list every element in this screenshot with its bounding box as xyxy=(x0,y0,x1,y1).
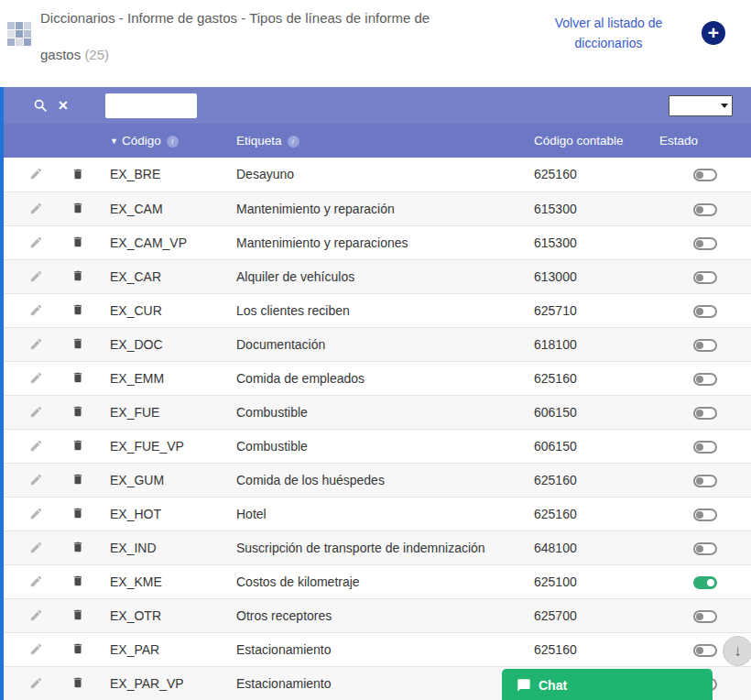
delete-row-button[interactable] xyxy=(70,436,86,454)
delete-row-button[interactable] xyxy=(70,504,86,522)
edit-row-button[interactable] xyxy=(27,437,45,454)
sort-caret-icon[interactable]: ▼ xyxy=(110,137,118,146)
toggle-knob xyxy=(696,443,703,451)
table-row: EX_PAR Estacionamiento 625160 xyxy=(4,632,751,666)
table-toolbar: ✕ xyxy=(4,87,751,124)
delete-row-button[interactable] xyxy=(70,673,86,692)
row-account: 606150 xyxy=(534,395,659,429)
delete-row-button[interactable] xyxy=(70,368,86,387)
pencil-icon xyxy=(29,202,43,215)
clear-search-icon[interactable]: ✕ xyxy=(58,98,69,113)
edit-row-button[interactable] xyxy=(27,234,45,251)
table-row: EX_IND Suscripción de transporte de inde… xyxy=(4,530,751,564)
row-label: Combustible xyxy=(236,395,534,429)
delete-row-button[interactable] xyxy=(70,640,86,658)
trash-icon xyxy=(71,607,84,622)
delete-row-button[interactable] xyxy=(70,334,86,353)
column-header-code[interactable]: ▼Códigoi xyxy=(110,124,236,158)
edit-row-button[interactable] xyxy=(27,335,45,353)
column-header-account[interactable]: Código contable xyxy=(534,124,659,158)
row-code: EX_GUM xyxy=(110,463,236,497)
status-toggle[interactable] xyxy=(693,169,717,181)
delete-row-button[interactable] xyxy=(70,165,86,183)
row-code: EX_PAR_VP xyxy=(110,666,236,700)
status-toggle[interactable] xyxy=(693,475,717,487)
row-account: 615300 xyxy=(534,225,659,259)
status-toggle[interactable] xyxy=(693,576,717,589)
status-toggle[interactable] xyxy=(693,610,717,623)
column-header-status[interactable]: Estado xyxy=(659,124,751,158)
edit-row-button[interactable] xyxy=(27,607,45,624)
row-account: 606150 xyxy=(534,429,659,463)
status-toggle[interactable] xyxy=(693,542,717,555)
delete-row-button[interactable] xyxy=(70,572,86,590)
back-to-dictionaries-link[interactable]: Volver al listado de diccionarios xyxy=(528,13,689,53)
status-toggle[interactable] xyxy=(693,339,717,352)
trash-icon xyxy=(71,438,84,453)
edit-row-button[interactable] xyxy=(27,640,45,658)
edit-row-button[interactable] xyxy=(27,200,45,217)
toggle-knob xyxy=(696,240,703,247)
status-toggle[interactable] xyxy=(693,441,717,454)
row-code: EX_HOT xyxy=(110,497,236,530)
delete-row-button[interactable] xyxy=(70,233,86,251)
edit-row-button[interactable] xyxy=(27,674,45,692)
search-input[interactable] xyxy=(105,93,197,118)
status-toggle[interactable] xyxy=(693,203,717,216)
add-button[interactable]: + xyxy=(702,21,725,45)
row-label: Hotel xyxy=(236,497,534,530)
row-account: 613000 xyxy=(534,259,659,293)
status-toggle[interactable] xyxy=(693,305,717,318)
table-row: EX_GUM Comida de los huéspedes 625160 xyxy=(4,463,751,497)
delete-row-button[interactable] xyxy=(70,402,86,421)
table-row: EX_FUE Combustible 606150 xyxy=(4,395,751,429)
filter-select[interactable] xyxy=(669,95,733,116)
trash-icon xyxy=(71,641,84,656)
edit-row-button[interactable] xyxy=(27,539,45,556)
scroll-down-button[interactable]: ↓ xyxy=(723,636,751,666)
status-toggle[interactable] xyxy=(693,644,717,657)
chat-button[interactable]: Chat xyxy=(502,669,713,700)
row-account: 618100 xyxy=(534,327,659,361)
delete-row-button[interactable] xyxy=(70,301,86,319)
edit-row-button[interactable] xyxy=(27,403,45,421)
trash-icon xyxy=(71,506,84,520)
status-toggle[interactable] xyxy=(693,509,717,521)
delete-row-button[interactable] xyxy=(70,267,86,285)
status-toggle[interactable] xyxy=(693,271,717,284)
row-label: Alquiler de vehículos xyxy=(236,259,534,293)
pencil-icon xyxy=(29,608,43,622)
delete-row-button[interactable] xyxy=(70,199,86,217)
chat-bubble-icon xyxy=(517,678,531,693)
table-header: ▼Códigoi Etiquetai Código contable Estad… xyxy=(4,124,751,158)
content: ✕ ▼Códigoi Etiquet xyxy=(0,87,751,700)
status-toggle[interactable] xyxy=(693,373,717,386)
table-body: EX_BRE Desayuno 625160 xyxy=(4,158,751,700)
edit-row-button[interactable] xyxy=(27,505,45,522)
edit-row-button[interactable] xyxy=(27,268,45,285)
column-header-edit xyxy=(4,124,55,158)
edit-row-button[interactable] xyxy=(27,369,45,387)
trash-icon xyxy=(71,370,84,385)
row-account: 625160 xyxy=(534,361,659,395)
status-toggle[interactable] xyxy=(693,237,717,250)
edit-row-button[interactable] xyxy=(27,301,45,319)
delete-row-button[interactable] xyxy=(70,606,86,624)
toggle-knob xyxy=(707,579,714,586)
edit-row-button[interactable] xyxy=(27,471,45,488)
status-toggle[interactable] xyxy=(693,407,717,420)
pencil-icon xyxy=(29,337,43,351)
trash-icon xyxy=(71,675,84,690)
search-icon[interactable] xyxy=(33,98,48,113)
item-count: (25) xyxy=(84,47,109,62)
edit-row-button[interactable] xyxy=(27,573,45,590)
delete-row-button[interactable] xyxy=(70,538,86,556)
row-label: Desayuno xyxy=(236,158,534,191)
edit-row-button[interactable] xyxy=(27,165,45,182)
column-header-label[interactable]: Etiquetai xyxy=(236,124,534,158)
row-account: 625100 xyxy=(534,564,659,598)
table-row: EX_CUR Los clientes reciben 625710 xyxy=(4,293,751,327)
delete-row-button[interactable] xyxy=(70,470,86,488)
toggle-knob xyxy=(696,647,703,654)
row-code: EX_CAR xyxy=(110,259,236,293)
